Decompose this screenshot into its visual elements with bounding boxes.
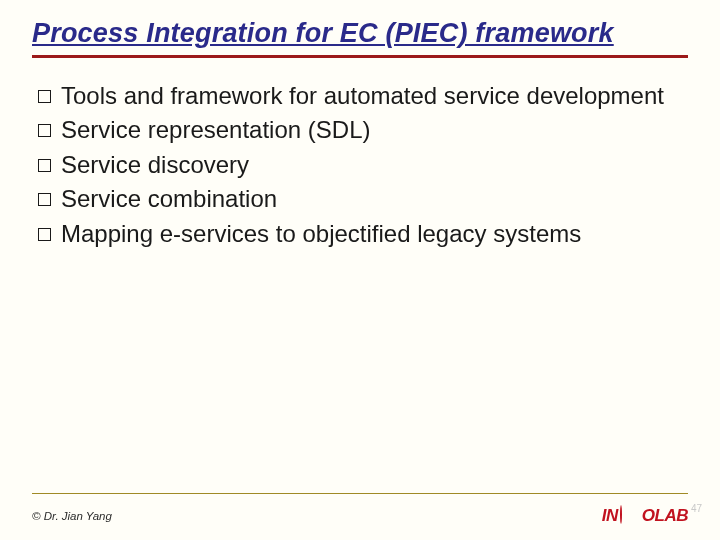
globe-icon [620,506,640,526]
logo-text-in: IN [602,506,618,526]
list-item: Service combination [38,183,688,215]
bullet-text: Service discovery [61,149,688,181]
logo-text-olab: OLAB [642,506,688,526]
list-item: Service discovery [38,149,688,181]
list-item: Tools and framework for automated servic… [38,80,688,112]
page-number: 47 [691,503,702,514]
infolab-logo: IN OLAB [602,506,688,526]
square-bullet-icon [38,90,51,103]
bullet-list: Tools and framework for automated servic… [32,80,688,250]
slide-title: Process Integration for EC (PIEC) framew… [32,18,688,57]
square-bullet-icon [38,193,51,206]
square-bullet-icon [38,124,51,137]
bullet-text: Mapping e-services to objectified legacy… [61,218,688,250]
bullet-text: Service combination [61,183,688,215]
square-bullet-icon [38,228,51,241]
list-item: Mapping e-services to objectified legacy… [38,218,688,250]
bullet-text: Service representation (SDL) [61,114,688,146]
list-item: Service representation (SDL) [38,114,688,146]
bullet-text: Tools and framework for automated servic… [61,80,688,112]
copyright-text: © Dr. Jian Yang [32,510,112,522]
title-rule [32,55,688,58]
footer-rule [32,493,688,494]
square-bullet-icon [38,159,51,172]
footer: © Dr. Jian Yang IN OLAB [32,506,688,526]
slide: Process Integration for EC (PIEC) framew… [0,0,720,540]
